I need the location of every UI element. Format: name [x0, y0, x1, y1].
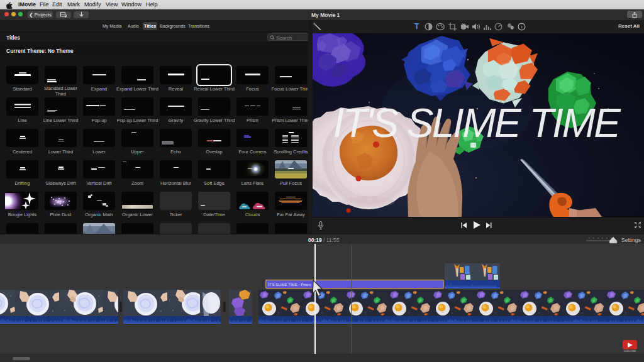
svg-text:IT'S SLIME TIME: IT'S SLIME TIME: [333, 101, 622, 146]
svg-text:i: i: [521, 24, 523, 30]
svg-text:IT'S SLIME TIME - Prism: IT'S SLIME TIME - Prism: [268, 282, 311, 287]
